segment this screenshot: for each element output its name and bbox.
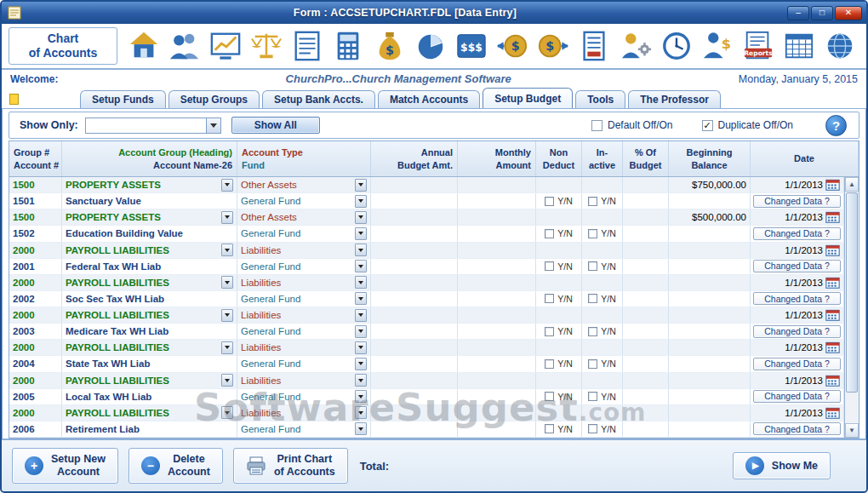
dropdown-icon[interactable]: [355, 227, 367, 240]
non-deduct-checkbox[interactable]: [545, 359, 554, 369]
payroll-icon[interactable]: $: [698, 27, 736, 65]
reports-icon[interactable]: Reports: [740, 27, 778, 65]
dropdown-icon[interactable]: [355, 390, 367, 403]
dropdown-icon[interactable]: [355, 292, 367, 305]
tab-setup-budget[interactable]: Setup Budget: [483, 88, 573, 108]
inactive-checkbox[interactable]: [588, 294, 597, 303]
print-chart-button[interactable]: Print Chart of Accounts: [233, 448, 348, 484]
tab-setup-groups[interactable]: Setup Groups: [168, 90, 260, 108]
non-deduct-checkbox[interactable]: [545, 392, 554, 401]
dropdown-icon[interactable]: [221, 211, 233, 224]
close-button[interactable]: ✕: [835, 6, 862, 20]
dropdown-icon[interactable]: [221, 374, 233, 387]
changed-data-button[interactable]: Changed Data ?: [753, 227, 841, 240]
changed-data-button[interactable]: Changed Data ?: [753, 292, 841, 305]
changed-data-button[interactable]: Changed Data ?: [753, 260, 841, 272]
list-icon[interactable]: [288, 27, 327, 65]
show-me-button[interactable]: ▶ Show Me: [733, 452, 831, 479]
changed-data-button[interactable]: Changed Data ?: [753, 195, 841, 208]
default-offon-checkbox[interactable]: [591, 120, 602, 131]
scales-icon[interactable]: [248, 27, 286, 65]
tab-setup-bank-accts[interactable]: Setup Bank Accts.: [262, 90, 375, 108]
dropdown-icon[interactable]: [355, 276, 367, 289]
pie-chart-icon[interactable]: [411, 27, 449, 65]
dropdown-icon[interactable]: [355, 358, 367, 370]
changed-data-button[interactable]: Changed Data ?: [753, 358, 841, 370]
dropdown-icon[interactable]: [355, 422, 367, 435]
chart-icon[interactable]: [206, 27, 244, 65]
non-deduct-checkbox[interactable]: [545, 261, 554, 271]
dropdown-icon[interactable]: [355, 260, 367, 272]
calendar-icon[interactable]: [825, 244, 840, 256]
non-deduct-checkbox[interactable]: [545, 229, 554, 238]
dropdown-icon[interactable]: [355, 211, 367, 224]
dropdown-icon[interactable]: [221, 244, 233, 256]
dropdown-icon[interactable]: [355, 195, 367, 208]
tab-match-accounts[interactable]: Match Accounts: [378, 90, 480, 108]
calendar-icon[interactable]: [825, 277, 840, 289]
calendar-icon[interactable]: [825, 179, 840, 191]
calendar-icon[interactable]: [825, 211, 840, 223]
maximize-button[interactable]: □: [811, 6, 833, 20]
changed-data-button[interactable]: Changed Data ?: [753, 422, 841, 435]
inactive-checkbox[interactable]: [588, 197, 597, 206]
inactive-checkbox[interactable]: [588, 392, 597, 401]
dropdown-icon[interactable]: [355, 244, 367, 256]
dropdown-icon[interactable]: [221, 406, 233, 419]
dropdown-icon[interactable]: [221, 341, 233, 354]
dropdown-icon[interactable]: [355, 406, 367, 419]
dropdown-icon[interactable]: [355, 325, 367, 338]
budget-icon[interactable]: $$$: [452, 27, 490, 65]
time-clock-icon[interactable]: [657, 27, 695, 65]
non-deduct-checkbox[interactable]: [545, 327, 554, 336]
calculator-icon[interactable]: [329, 27, 368, 65]
calendar-icon[interactable]: [825, 309, 840, 321]
setup-new-account-button[interactable]: + Setup New Account: [12, 448, 118, 484]
calendar-icon[interactable]: [825, 375, 840, 387]
scroll-track[interactable]: [845, 192, 859, 423]
calendar-icon[interactable]: [825, 341, 840, 353]
scroll-thumb[interactable]: [846, 192, 858, 393]
help-button[interactable]: ?: [825, 115, 847, 136]
expense-coin-icon[interactable]: $: [534, 27, 573, 65]
calendar-icon[interactable]: [825, 407, 840, 419]
combo-dropdown-icon[interactable]: [206, 118, 220, 133]
scroll-up-icon[interactable]: ▲: [845, 177, 859, 192]
tab-the-professor[interactable]: The Professor: [628, 90, 721, 108]
non-deduct-checkbox[interactable]: [545, 294, 554, 303]
spreadsheet-icon[interactable]: [780, 27, 819, 65]
scroll-down-icon[interactable]: ▼: [845, 423, 859, 438]
inactive-checkbox[interactable]: [588, 327, 597, 336]
globe-icon[interactable]: [821, 27, 859, 65]
income-coin-icon[interactable]: $: [494, 27, 532, 65]
delete-account-button[interactable]: − Delete Account: [128, 448, 223, 484]
changed-data-button[interactable]: Changed Data ?: [753, 325, 841, 338]
dropdown-icon[interactable]: [355, 374, 367, 387]
dropdown-icon[interactable]: [221, 276, 233, 289]
inactive-checkbox[interactable]: [588, 359, 597, 369]
tab-setup-funds[interactable]: Setup Funds: [80, 90, 166, 108]
dropdown-icon[interactable]: [355, 309, 367, 322]
show-all-button[interactable]: Show All: [231, 117, 320, 134]
dropdown-icon[interactable]: [221, 179, 233, 192]
inactive-checkbox[interactable]: [588, 424, 597, 433]
inactive-checkbox[interactable]: [588, 261, 597, 271]
members-icon[interactable]: [165, 27, 203, 65]
minimize-button[interactable]: –: [787, 6, 809, 20]
show-only-combobox[interactable]: [85, 118, 221, 134]
dropdown-icon[interactable]: [355, 341, 367, 354]
home-icon[interactable]: [124, 27, 163, 65]
ledger-icon[interactable]: [575, 27, 614, 65]
dropdown-icon[interactable]: [221, 309, 233, 322]
money-bag-icon[interactable]: $: [370, 27, 408, 65]
payroll-setup-icon[interactable]: [616, 27, 654, 65]
non-deduct-checkbox[interactable]: [545, 424, 554, 433]
dropdown-icon[interactable]: [355, 179, 367, 192]
changed-data-button[interactable]: Changed Data ?: [753, 390, 841, 403]
vertical-scrollbar[interactable]: ▲ ▼: [844, 177, 859, 438]
show-only-input[interactable]: [86, 118, 206, 133]
inactive-checkbox[interactable]: [588, 229, 597, 238]
non-deduct-checkbox[interactable]: [545, 197, 554, 206]
tab-tools[interactable]: Tools: [575, 90, 625, 108]
duplicate-offon-checkbox[interactable]: ✓: [702, 120, 713, 131]
